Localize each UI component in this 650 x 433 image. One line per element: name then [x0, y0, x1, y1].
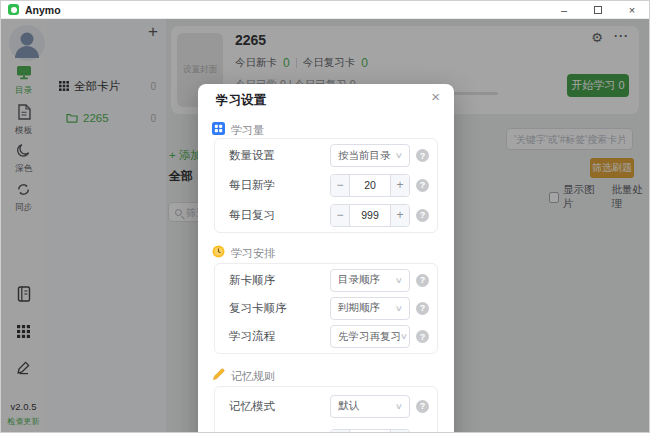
close-icon[interactable]: × [431, 88, 440, 105]
section-title: 记忆规则 [231, 369, 275, 384]
pencil-icon [212, 367, 225, 385]
chevron-down-icon: ∨ [395, 276, 403, 285]
minus-button[interactable]: − [331, 175, 350, 196]
help-icon[interactable]: ? [416, 274, 429, 287]
app-title: Anymo [25, 4, 61, 16]
window-controls: – × [547, 1, 649, 18]
maximize-button[interactable] [581, 1, 615, 18]
grid-blue-icon [212, 121, 225, 139]
setting-row-new-order: 新卡顺序 目录顺序 ∨ ? [215, 269, 437, 292]
review-order-select[interactable]: 到期顺序 ∨ [330, 297, 410, 320]
setting-label: 每日新学 [229, 178, 275, 193]
setting-row-count-mode: 数量设置 按当前目录 ∨ ? [215, 144, 437, 167]
stepper-value[interactable]: 20 [350, 175, 390, 196]
select-value: 先学习再复习 [338, 330, 401, 344]
minus-button[interactable]: − [331, 205, 350, 226]
section-study-plan: 学习安排 [212, 244, 275, 262]
chevron-down-icon: ∨ [395, 151, 403, 160]
help-icon[interactable]: ? [416, 400, 429, 413]
settings-box-amount: 数量设置 按当前目录 ∨ ? 每日新学 − 20 [214, 138, 438, 233]
select-value: 到期顺序 [338, 301, 380, 315]
section-study-amount: 学习量 [212, 121, 264, 139]
study-settings-modal: 学习设置 × 学习量 数量设置 按当前目录 ∨ ? [198, 84, 454, 433]
setting-row-daily-review: 每日复习 − 999 + ? [215, 204, 437, 227]
section-title: 学习量 [231, 123, 264, 138]
help-icon[interactable]: ? [416, 330, 429, 343]
setting-label: 每日复习 [229, 208, 275, 223]
section-memory-rules: 记忆规则 [212, 367, 275, 385]
count-mode-select[interactable]: 按当前目录 ∨ [330, 144, 410, 167]
settings-box-plan: 新卡顺序 目录顺序 ∨ ? 复习卡顺序 到期顺序 ∨ [214, 263, 438, 354]
select-value: 目录顺序 [338, 273, 380, 287]
section-title: 学习安排 [231, 246, 275, 261]
setting-row-review-order: 复习卡顺序 到期顺序 ∨ ? [215, 297, 437, 320]
app-body: 目录 模板 深色 同步 v2.0.5 [1, 19, 649, 433]
help-icon[interactable]: ? [416, 209, 429, 222]
plus-button[interactable]: + [390, 175, 409, 196]
daily-new-stepper: − 20 + [330, 174, 410, 197]
titlebar: Anymo – × [1, 1, 649, 19]
chevron-down-icon: ∨ [395, 304, 403, 313]
setting-label: 新卡顺序 [229, 273, 275, 288]
select-value: 按当前目录 [338, 149, 391, 163]
select-value: 默认 [338, 399, 359, 413]
initial-score-stepper: − 100 + [330, 429, 410, 433]
minimize-button[interactable]: – [547, 1, 581, 18]
modal-title: 学习设置 [216, 92, 266, 109]
study-flow-select[interactable]: 先学习再复习 ∨ [330, 325, 410, 348]
help-icon[interactable]: ? [416, 179, 429, 192]
setting-label: 数量设置 [229, 148, 275, 163]
clock-icon [212, 244, 225, 262]
plus-button[interactable]: + [390, 205, 409, 226]
setting-row-daily-new: 每日新学 − 20 + ? [215, 174, 437, 197]
setting-row-study-flow: 学习流程 先学习再复习 ∨ ? [215, 325, 437, 348]
new-card-order-select[interactable]: 目录顺序 ∨ [330, 269, 410, 292]
setting-row-initial-score: 卡片初始分 − 100 + ? [215, 429, 437, 433]
settings-box-memory: 记忆模式 默认 ∨ ? 卡片初始分 − 100 [214, 386, 438, 433]
daily-review-stepper: − 999 + [330, 204, 410, 227]
chevron-down-icon: ∨ [395, 402, 403, 411]
app-window: Anymo – × 目录 模板 [0, 0, 650, 433]
setting-label: 学习流程 [229, 329, 275, 344]
maximize-icon [594, 6, 602, 14]
close-window-button[interactable]: × [615, 1, 649, 18]
setting-label: 复习卡顺序 [229, 301, 287, 316]
setting-row-memory-mode: 记忆模式 默认 ∨ ? [215, 395, 437, 418]
chevron-down-icon: ∨ [400, 332, 408, 341]
memory-mode-select[interactable]: 默认 ∨ [330, 395, 410, 418]
setting-label: 记忆模式 [229, 399, 275, 414]
help-icon[interactable]: ? [416, 149, 429, 162]
stepper-value[interactable]: 999 [350, 205, 390, 226]
help-icon[interactable]: ? [416, 302, 429, 315]
app-logo-icon [8, 4, 19, 15]
